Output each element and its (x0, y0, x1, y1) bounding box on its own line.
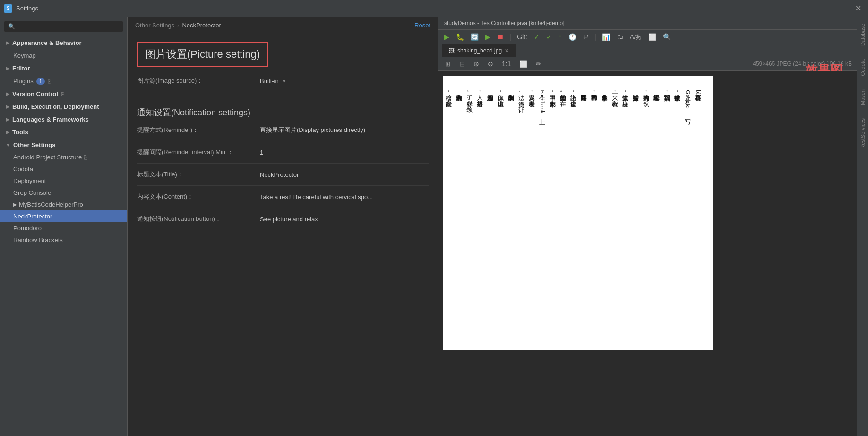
fit-btn[interactable]: ⬜ (517, 59, 529, 69)
reset-button[interactable]: Reset (414, 22, 430, 29)
stop-button[interactable]: ⏹ (495, 32, 506, 42)
interval-value: 1 (260, 149, 429, 156)
sep1: | (509, 33, 511, 41)
refresh-button[interactable]: 🔄 (469, 32, 481, 42)
git-check2[interactable]: ✓ (544, 32, 554, 42)
arrow-icon: ▶ (6, 130, 9, 135)
search-box (0, 17, 127, 36)
settings-icon: S (4, 4, 12, 13)
sidebar-item-label: Plugins (13, 78, 34, 85)
list-view-btn[interactable]: ⊟ (457, 59, 467, 69)
sidebar-child-grep[interactable]: Grep Console (0, 187, 127, 199)
debug-button[interactable]: 🐛 (454, 32, 466, 42)
search-input[interactable] (4, 21, 123, 32)
maven-tab[interactable]: Maven (859, 87, 867, 107)
sidebar-item-label: NeckProtector (13, 213, 52, 220)
sidebar-child-deployment[interactable]: Deployment (0, 175, 127, 187)
interval-label: 提醒间隔(Reminder interval) Min ： (137, 148, 260, 157)
image-section: ⊞ ⊟ ⊕ ⊖ 1:1 ⬜ ✏ 459×465 JPEG (24-bit col… (438, 57, 857, 71)
image-source-text: Built-in (260, 78, 279, 85)
sidebar-item-editor[interactable]: ▶ Editor (0, 62, 127, 75)
svg-text:机器在写blog: 机器在写blog (695, 90, 702, 101)
chinese-image-svg: 机器在写blog 上Google，写 关键字搜索， 找到了答案， 已经知道了正 … (443, 76, 713, 350)
sidebar-item-appearance[interactable]: ▶ Appearance & Behavior (0, 36, 127, 49)
interval-row: 提醒间隔(Reminder interval) Min ： 1 (137, 148, 429, 164)
sidebar-item-label: Keymap (13, 52, 36, 59)
reminder-label: 提醒方式(Reminder)： (137, 126, 260, 134)
git-push[interactable]: ↑ (557, 32, 564, 42)
sidebar-child-rainbow[interactable]: Rainbow Brackets (0, 234, 127, 246)
codota-tab[interactable]: Codota (859, 57, 867, 78)
sidebar-item-label: Build, Execution, Deployment (12, 103, 99, 110)
title-row: 标题文本(Title)： NeckProtector (137, 170, 429, 186)
sidebar-item-label: MyBatisCodeHelperPro (19, 201, 83, 208)
image-source-label: 图片源(Image source)： (137, 77, 260, 85)
sidebar-item-languages[interactable]: ▶ Languages & Frameworks (0, 113, 127, 126)
ide-tab-image[interactable]: 🖼 shaking_head.jpg ✕ (442, 44, 516, 57)
window-btn[interactable]: ⬜ (646, 32, 658, 42)
sidebar-child-pomodoro[interactable]: Pomodoro (0, 222, 127, 234)
svg-rect-0 (443, 76, 713, 350)
git-history[interactable]: 🕐 (567, 32, 578, 42)
sidebar-item-label: Deployment (13, 177, 46, 184)
zoom-reset-btn[interactable]: 1:1 (500, 59, 513, 69)
search-btn[interactable]: 🔍 (661, 32, 673, 42)
close-button[interactable]: ✕ (852, 3, 864, 14)
button-row: 通知按钮(Notification button)： See picture a… (137, 215, 429, 230)
content-label: 内容文本(Content)： (137, 192, 260, 201)
sidebar-child-codota[interactable]: Codota (0, 163, 127, 175)
image-source-value: Built-in ▾ (260, 78, 429, 85)
translate-btn[interactable]: A/あ (628, 32, 644, 42)
sidebar-item-vcs[interactable]: ▶ Version Control ⎘ (0, 87, 127, 100)
git-check1[interactable]: ✓ (532, 32, 541, 42)
sidebar-item-build[interactable]: ▶ Build, Execution, Deployment (0, 100, 127, 113)
zoom-out-btn[interactable]: ⊖ (486, 59, 495, 69)
database-tab[interactable]: Database (859, 22, 867, 48)
content-value: Take a rest! Be careful with cervical sp… (260, 193, 429, 201)
sidebar-item-other-settings[interactable]: ▼ Other Settings (0, 139, 127, 151)
sidebar-item-label: Android Project Structure (13, 154, 82, 161)
breadcrumb-parent[interactable]: Other Settings (135, 22, 174, 29)
picture-section-title: 图片设置(Picture setting) (146, 48, 260, 60)
restservices-tab[interactable]: RestServices (859, 116, 867, 151)
right-side-tabs: Database Codota Maven RestServices (857, 17, 868, 436)
copy-icon: ⎘ (61, 91, 64, 97)
settings-panel: ▶ Appearance & Behavior Keymap ▶ Editor … (0, 17, 438, 436)
run-button[interactable]: ▶ (442, 32, 451, 42)
ide-image-toolbar: ⊞ ⊟ ⊕ ⊖ 1:1 ⬜ ✏ 459×465 JPEG (24-bit col… (438, 57, 857, 71)
ide-toolbar: ▶ 🐛 🔄 ▶ ⏹ | Git: ✓ ✓ ↑ 🕐 ↩ | 📊 🗂 A/あ ⬜ 🔍 (438, 30, 857, 44)
eyedropper-btn[interactable]: ✏ (534, 59, 543, 69)
tab-close-icon[interactable]: ✕ (505, 48, 509, 54)
content-inner: 图片设置(Picture setting) 图片源(Image source)：… (128, 34, 438, 244)
sidebar-child-mybatis[interactable]: ▶ MyBatisCodeHelperPro (0, 199, 127, 210)
git-undo[interactable]: ↩ (581, 32, 591, 42)
run2-button[interactable]: ▶ (483, 32, 492, 42)
title-value: NeckProtector (260, 171, 429, 178)
breadcrumb: Other Settings › NeckProtector Reset (128, 17, 438, 34)
arrow-icon: ▶ (6, 104, 9, 109)
main-container: ▶ Appearance & Behavior Keymap ▶ Editor … (0, 17, 868, 436)
sidebar-child-android[interactable]: Android Project Structure ⎘ (0, 151, 127, 163)
window-title: Settings (16, 5, 38, 12)
ide-image-area: 机器在写blog 上Google，写 关键字搜索， 找到了答案， 已经知道了正 … (438, 71, 857, 436)
content-row: 内容文本(Content)： Take a rest! Be careful w… (137, 192, 429, 208)
sidebar-item-label: Pomodoro (13, 225, 42, 232)
folder-btn[interactable]: 🗂 (615, 32, 625, 42)
arrow-icon: ▶ (6, 91, 9, 96)
sidebar: ▶ Appearance & Behavior Keymap ▶ Editor … (0, 17, 128, 436)
sidebar-item-tools[interactable]: ▶ Tools (0, 126, 127, 139)
tab-icon: 🖼 (449, 47, 455, 54)
arrow-icon: ▶ (6, 117, 9, 122)
sidebar-child-neckprotector[interactable]: NeckProtector (0, 210, 127, 222)
grid-view-btn[interactable]: ⊞ (443, 59, 453, 69)
breadcrumb-current: NeckProtector (182, 22, 221, 29)
dropdown-arrow-icon[interactable]: ▾ (283, 78, 286, 85)
arrow-icon: ▼ (6, 142, 10, 148)
git-label: Git: (515, 32, 529, 42)
bookmark-btn[interactable]: 📊 (600, 32, 612, 42)
reminder-row: 提醒方式(Reminder)： 直接显示图片(Display pictures … (137, 126, 429, 141)
zoom-in-btn[interactable]: ⊕ (472, 59, 481, 69)
sidebar-item-keymap[interactable]: Keymap (0, 49, 127, 62)
sidebar-item-label: Languages & Frameworks (12, 116, 89, 123)
sidebar-item-plugins[interactable]: Plugins 1 ⎘ (0, 75, 127, 87)
